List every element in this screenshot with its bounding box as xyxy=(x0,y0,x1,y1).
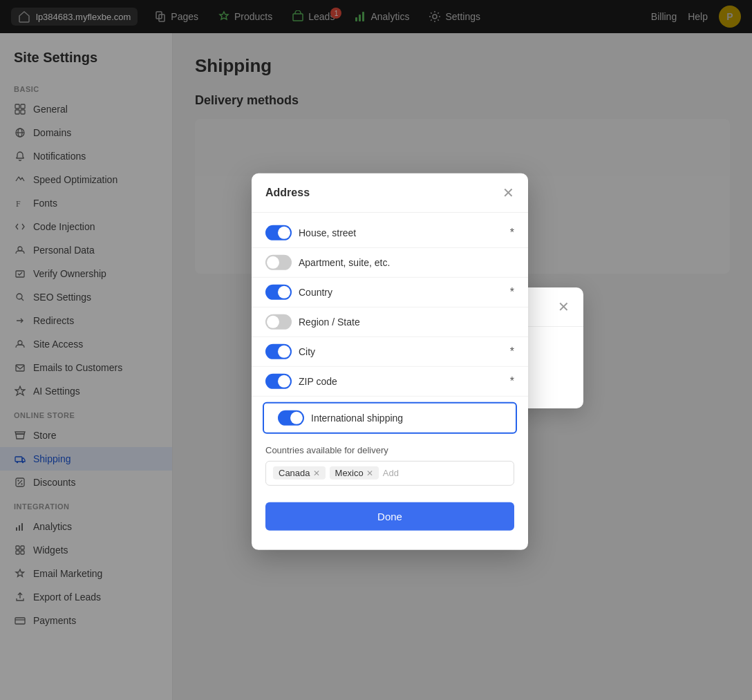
tag-canada: Canada ✕ xyxy=(273,466,326,480)
toggle-international-shipping[interactable] xyxy=(278,410,304,425)
add-country-placeholder[interactable]: Add xyxy=(383,468,399,478)
label-international-shipping: International shipping xyxy=(311,412,403,423)
required-zip: * xyxy=(510,375,514,387)
address-modal-close-button[interactable]: ✕ xyxy=(502,184,514,200)
field-region: Region / State xyxy=(252,307,528,337)
field-international-shipping: International shipping xyxy=(263,401,517,433)
tag-mexico: Mexico ✕ xyxy=(330,466,379,480)
toggle-region[interactable] xyxy=(265,314,292,329)
label-region: Region / State xyxy=(299,316,360,327)
address-modal: Address ✕ House, street * Apartment, sui… xyxy=(252,173,528,549)
required-city: * xyxy=(510,345,514,357)
done-button[interactable]: Done xyxy=(265,502,514,530)
required-house-street: * xyxy=(510,226,514,238)
field-apartment: Apartment, suite, etc. xyxy=(252,247,528,277)
field-city: City * xyxy=(252,337,528,366)
field-country: Country * xyxy=(252,277,528,307)
add-delivery-close-button[interactable]: ✕ xyxy=(558,299,570,315)
toggle-country[interactable] xyxy=(265,284,292,299)
label-apartment: Apartment, suite, etc. xyxy=(299,256,390,267)
field-house-street: House, street * xyxy=(252,218,528,247)
address-modal-body: House, street * Apartment, suite, etc. C… xyxy=(252,212,528,549)
label-country: Country xyxy=(299,286,332,297)
tag-canada-label: Canada xyxy=(279,468,310,478)
label-city: City xyxy=(299,346,315,357)
required-country: * xyxy=(510,285,514,298)
toggle-city[interactable] xyxy=(265,343,292,359)
tag-mexico-label: Mexico xyxy=(335,468,364,478)
field-zip: ZIP code * xyxy=(252,366,528,396)
toggle-zip[interactable] xyxy=(265,373,292,388)
countries-input[interactable]: Canada ✕ Mexico ✕ Add xyxy=(265,460,514,485)
countries-label: Countries available for delivery xyxy=(265,444,514,455)
remove-canada-button[interactable]: ✕ xyxy=(313,468,320,477)
countries-section: Countries available for delivery Canada … xyxy=(252,436,528,493)
address-modal-title: Address xyxy=(265,186,310,198)
label-zip: ZIP code xyxy=(299,375,337,386)
remove-mexico-button[interactable]: ✕ xyxy=(366,468,373,477)
toggle-apartment[interactable] xyxy=(265,254,292,269)
label-house-street: House, street xyxy=(299,227,356,238)
address-modal-header: Address ✕ xyxy=(252,173,528,212)
toggle-house-street[interactable] xyxy=(265,225,292,240)
